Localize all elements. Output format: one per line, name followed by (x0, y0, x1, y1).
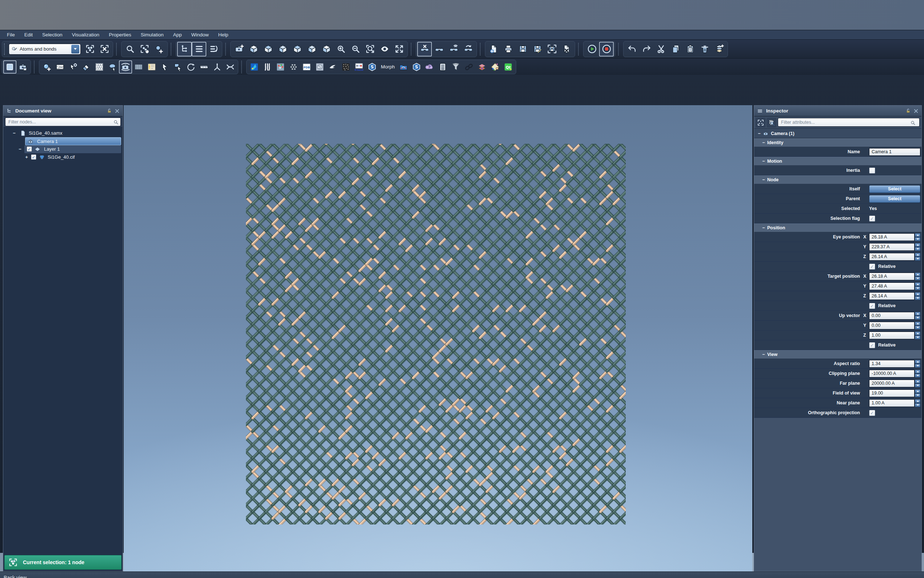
record-button[interactable] (599, 42, 614, 57)
inspect-selection-button[interactable] (756, 118, 765, 127)
spin-up-button[interactable] (915, 253, 920, 257)
spin-down-button[interactable] (915, 374, 920, 377)
add-layer-button[interactable] (712, 42, 727, 57)
stereo-flip-button[interactable] (461, 42, 476, 57)
list-view-button[interactable] (192, 42, 206, 57)
far-plane-input[interactable]: 20000.00 A (869, 380, 914, 387)
animation-app-button[interactable] (397, 60, 410, 73)
rotate-tool-button[interactable] (184, 60, 197, 73)
selection-mode-combo[interactable] (9, 44, 81, 55)
orthographic-projection-checkbox[interactable]: ✓ (869, 410, 875, 416)
filter-app-button[interactable] (449, 60, 462, 73)
inspect-documents-button[interactable] (767, 118, 776, 127)
add-to-selection-button[interactable] (137, 42, 152, 57)
stereo-audio-button[interactable] (447, 42, 461, 57)
cut-button[interactable] (654, 42, 668, 57)
unlock-icon[interactable] (107, 108, 112, 114)
paste-button[interactable] (683, 42, 697, 57)
find-button[interactable] (123, 42, 137, 57)
value-input[interactable]: 26.14 A (869, 253, 914, 261)
axes-button[interactable] (210, 60, 224, 73)
undo-button[interactable] (625, 42, 639, 57)
menu-app[interactable]: App (168, 30, 187, 40)
spin-down-button[interactable] (915, 403, 920, 407)
spin-up-button[interactable] (915, 292, 920, 296)
spin-up-button[interactable] (915, 360, 920, 364)
add-camera-button[interactable] (232, 42, 246, 57)
toggle-visibility-button[interactable] (377, 42, 392, 57)
delete-button[interactable] (697, 42, 712, 57)
spin-down-button[interactable] (915, 257, 920, 261)
formula-editor-button[interactable]: C2H5 (53, 60, 66, 73)
close-icon[interactable] (115, 109, 120, 114)
menu-help[interactable]: Help (214, 30, 233, 40)
protein-app-button[interactable]: P (423, 60, 436, 73)
new-document-button[interactable] (486, 42, 501, 57)
spin-up-button[interactable] (915, 233, 920, 237)
view-top-button[interactable] (304, 42, 319, 57)
zoom-in-button[interactable] (333, 42, 348, 57)
zoom-out-button[interactable] (348, 42, 363, 57)
spin-up-button[interactable] (915, 380, 920, 383)
stereo-button[interactable] (432, 42, 447, 57)
visibility-checkbox[interactable]: ✓ (31, 154, 36, 160)
crystal-builder-button[interactable] (93, 60, 106, 73)
spin-down-button[interactable] (915, 326, 920, 330)
add-group-button[interactable] (152, 42, 166, 57)
stereo-off-button[interactable] (417, 42, 432, 57)
menu-visualization[interactable]: Visualization (67, 30, 104, 40)
chevron-down-icon[interactable] (71, 45, 79, 54)
spin-up-button[interactable] (915, 273, 920, 276)
parent-select-button[interactable]: Select (869, 195, 920, 203)
value-input[interactable]: 0.00 (869, 322, 914, 330)
near-plane-input[interactable]: 1.00 A (869, 399, 914, 407)
select-visible-button[interactable] (83, 42, 97, 57)
molecule-app-button[interactable] (274, 60, 287, 73)
rect-select-button[interactable] (172, 60, 184, 73)
value-input[interactable]: 26.14 A (869, 292, 914, 300)
eye-position-input[interactable]: 26.18 A (869, 233, 914, 241)
save-selection-button[interactable] (545, 42, 559, 57)
section-node[interactable]: −Node (754, 175, 921, 184)
spectrum-app-button[interactable] (248, 60, 261, 73)
view-bottom-button[interactable] (319, 42, 333, 57)
collapse-icon[interactable]: − (761, 177, 766, 182)
selection-mode-value[interactable] (18, 46, 71, 52)
eraser-button[interactable] (80, 60, 93, 73)
up-vector-input[interactable]: 0.00 (869, 312, 914, 320)
twist-tool-button[interactable] (224, 60, 237, 73)
collapse-icon[interactable]: − (761, 140, 766, 145)
spin-down-button[interactable] (915, 393, 920, 397)
relative-checkbox[interactable]: ✓ (869, 303, 875, 309)
filter-nodes-input[interactable] (5, 118, 121, 126)
save-as-button[interactable] (530, 42, 545, 57)
value-input[interactable]: 1.00 (869, 331, 914, 339)
noise-app-button[interactable] (340, 60, 353, 73)
view-left-button[interactable] (275, 42, 290, 57)
close-document-button[interactable] (559, 42, 574, 57)
collapse-icon[interactable]: − (761, 225, 766, 231)
camera-orbit-button[interactable] (119, 60, 132, 73)
view-front-button[interactable] (246, 42, 261, 57)
aspect-ratio-input[interactable]: 1.34 (869, 360, 914, 368)
value-input[interactable]: 27.48 A (869, 283, 914, 290)
tree-expander[interactable]: − (12, 130, 16, 136)
selection-flag-checkbox[interactable]: ✓ (869, 216, 875, 222)
collapse-icon[interactable]: − (761, 352, 766, 357)
tree-node-si1ge-40-cif[interactable]: +✓Si1Ge_40.cif (3, 153, 123, 161)
menu-window[interactable]: Window (187, 30, 214, 40)
spin-down-button[interactable] (915, 247, 920, 251)
save-button[interactable] (515, 42, 530, 57)
add-atom-button[interactable] (40, 60, 53, 73)
relative-checkbox[interactable]: ✓ (869, 263, 875, 270)
builder-app-button[interactable] (489, 60, 502, 73)
tree-expander[interactable]: − (18, 146, 22, 152)
visibility-checkbox[interactable]: ✓ (27, 146, 32, 152)
section-identity[interactable]: −Identity (754, 138, 921, 147)
target-position-input[interactable]: 26.18 A (869, 273, 914, 280)
menu-simulation[interactable]: Simulation (136, 30, 168, 40)
view-back-button[interactable] (261, 42, 275, 57)
object-header-camera[interactable]: −Camera (1) (754, 129, 921, 138)
copy-button[interactable] (668, 42, 683, 57)
spin-down-button[interactable] (915, 296, 920, 300)
